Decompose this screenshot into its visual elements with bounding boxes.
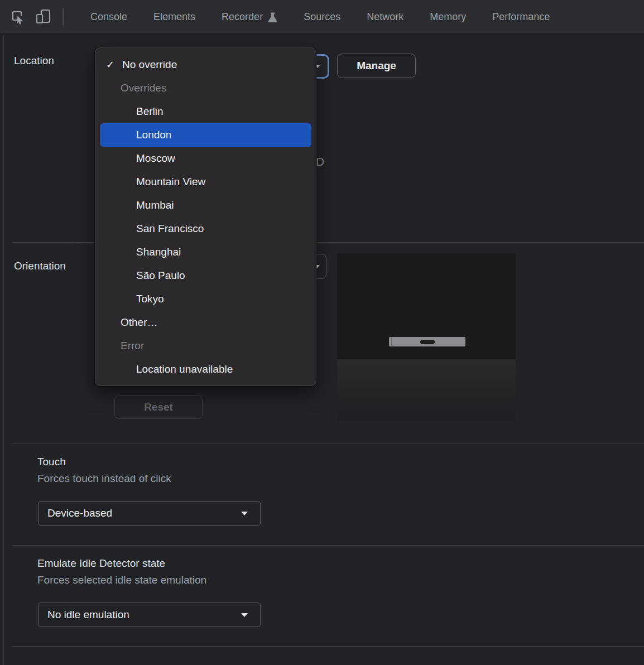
tab-label: Sources xyxy=(304,11,340,23)
tab-sources[interactable]: Sources xyxy=(304,11,340,23)
menu-option-moscow[interactable]: Moscow xyxy=(100,147,311,170)
menu-item-label: Moscow xyxy=(136,152,175,165)
tab-elements[interactable]: Elements xyxy=(153,11,195,23)
manage-button[interactable]: Manage xyxy=(337,54,416,78)
device-toolbar-icon[interactable] xyxy=(35,8,52,26)
toolbar-tabs: ConsoleElementsRecorderSourcesNetworkMem… xyxy=(90,11,550,23)
tab-performance[interactable]: Performance xyxy=(492,11,550,23)
tab-network[interactable]: Network xyxy=(367,11,403,23)
reset-button[interactable]: Reset xyxy=(114,395,203,419)
tab-label: Recorder xyxy=(222,11,263,23)
menu-option-san-francisco[interactable]: San Francisco xyxy=(100,217,311,240)
touch-title: Touch xyxy=(37,456,66,468)
idle-title: Emulate Idle Detector state xyxy=(37,557,165,570)
tab-label: Performance xyxy=(492,11,550,23)
menu-item-label: Overrides xyxy=(121,82,166,94)
flask-icon xyxy=(268,12,277,22)
menu-option-no-override[interactable]: ✓No override xyxy=(100,53,311,76)
menu-item-label: Error xyxy=(121,340,144,352)
chevron-down-icon xyxy=(241,512,248,515)
touch-select[interactable]: Device-based xyxy=(38,501,261,526)
menu-item-label: No override xyxy=(122,59,177,71)
menu-group-error: Error xyxy=(100,334,311,358)
menu-group-overrides: Overrides xyxy=(100,76,311,100)
menu-item-label: Shanghai xyxy=(136,246,181,258)
location-menu: ✓No overrideOverridesBerlinLondonMoscowM… xyxy=(95,47,316,386)
toolbar-separator xyxy=(63,8,64,25)
tab-label: Elements xyxy=(153,11,195,23)
menu-item-label: Mountain View xyxy=(136,176,205,188)
orientation-label: Orientation xyxy=(14,260,66,272)
menu-item-label: Berlin xyxy=(136,105,164,118)
menu-item-label: London xyxy=(136,129,171,141)
touch-description: Forces touch instead of click xyxy=(37,473,171,485)
menu-item-label: San Francisco xyxy=(136,223,204,235)
menu-option-other[interactable]: Other… xyxy=(100,311,311,334)
menu-option-london[interactable]: London xyxy=(100,123,311,147)
checkmark-icon: ✓ xyxy=(106,59,114,71)
obscured-text-fragment: D xyxy=(316,155,324,168)
menu-option-mumbai[interactable]: Mumbai xyxy=(100,194,311,217)
device-3d-model xyxy=(389,337,465,346)
tab-memory[interactable]: Memory xyxy=(430,11,466,23)
sensors-panel: ConsoleElementsRecorderSourcesNetworkMem… xyxy=(0,0,644,665)
menu-item-label: São Paulo xyxy=(136,269,185,282)
menu-item-label: Location unavailable xyxy=(136,363,233,375)
touch-select-value: Device-based xyxy=(47,507,112,519)
tab-recorder[interactable]: Recorder xyxy=(222,11,277,23)
chevron-down-icon xyxy=(241,613,248,617)
menu-option-shanghai[interactable]: Shanghai xyxy=(100,240,311,264)
idle-select-value: No idle emulation xyxy=(47,609,129,621)
panel-left-gutter xyxy=(0,35,4,665)
menu-item-label: Tokyo xyxy=(136,293,164,305)
idle-description: Forces selected idle state emulation xyxy=(37,574,206,586)
orientation-device-preview[interactable] xyxy=(337,253,516,421)
section-divider xyxy=(12,646,644,647)
inspect-element-icon[interactable] xyxy=(9,8,27,26)
tab-label: Console xyxy=(90,11,127,23)
section-divider xyxy=(12,444,644,444)
menu-option-s-o-paulo[interactable]: São Paulo xyxy=(100,264,311,287)
devtools-toolbar: ConsoleElementsRecorderSourcesNetworkMem… xyxy=(0,0,644,35)
menu-item-label: Other… xyxy=(121,316,158,329)
device-camera-pill xyxy=(420,340,435,344)
menu-option-mountain-view[interactable]: Mountain View xyxy=(100,170,311,194)
menu-option-tokyo[interactable]: Tokyo xyxy=(100,287,311,311)
idle-select[interactable]: No idle emulation xyxy=(38,603,261,627)
tab-label: Memory xyxy=(430,11,466,23)
section-divider xyxy=(12,545,644,546)
tab-label: Network xyxy=(367,11,403,23)
location-label: Location xyxy=(14,55,54,67)
menu-option-location-unavailable[interactable]: Location unavailable xyxy=(100,358,311,381)
menu-item-label: Mumbai xyxy=(136,199,174,211)
menu-option-berlin[interactable]: Berlin xyxy=(100,100,311,123)
tab-console[interactable]: Console xyxy=(90,11,127,23)
